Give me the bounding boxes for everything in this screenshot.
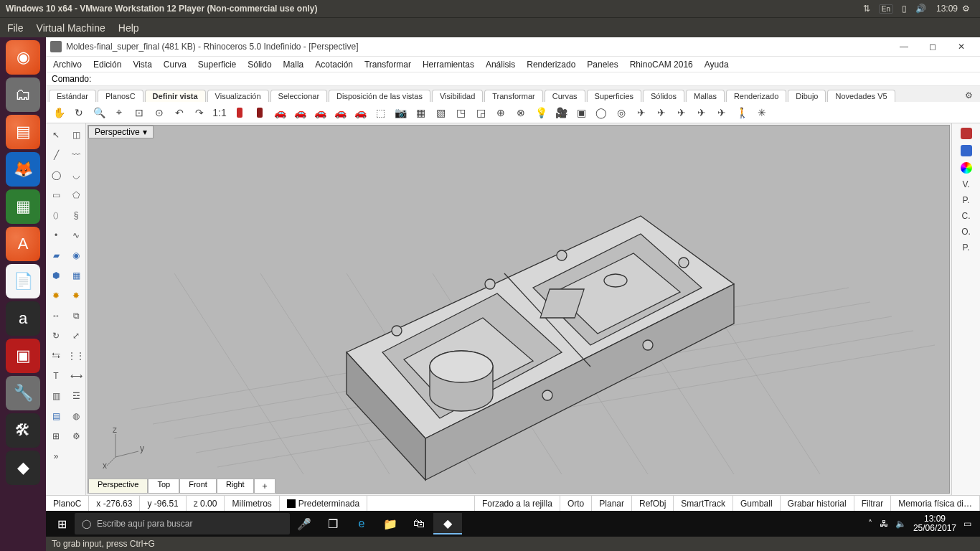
zoom-extents-icon[interactable]: ⊡: [131, 104, 148, 121]
hatch-icon[interactable]: ▥: [47, 387, 65, 405]
rhino-menu-item[interactable]: Curva: [164, 60, 187, 70]
status-units[interactable]: Milímetros: [225, 496, 279, 511]
edge-icon[interactable]: e: [347, 513, 376, 534]
spiral-icon[interactable]: §: [67, 207, 85, 224]
rhino-menu-item[interactable]: Superficie: [198, 60, 236, 70]
launcher-software[interactable]: A: [6, 227, 40, 261]
zoom-selected-icon[interactable]: ⊙: [151, 104, 168, 121]
cplane-icon[interactable]: ◲: [472, 104, 489, 121]
store-icon[interactable]: 🛍: [405, 513, 433, 534]
box-icon[interactable]: ▣: [573, 104, 590, 121]
window-maximize-button[interactable]: ◻: [918, 42, 947, 52]
airplane-icon[interactable]: ✈: [693, 104, 710, 121]
rhino-tab[interactable]: Superficies: [587, 90, 641, 102]
zoom-icon[interactable]: 🔍: [90, 104, 108, 121]
shaded-icon[interactable]: [251, 104, 268, 121]
panel-label[interactable]: P.: [963, 195, 970, 205]
status-snap[interactable]: Forzado a la rejilla: [475, 496, 560, 511]
launcher-firefox[interactable]: 🦊: [6, 152, 40, 187]
rhino-tab[interactable]: Novedades V5: [827, 90, 895, 102]
rhino-tab-active[interactable]: Definir vista: [145, 90, 206, 102]
rotate-view-icon[interactable]: ↻: [70, 104, 88, 121]
rhino-menu-item[interactable]: Transformar: [364, 60, 411, 70]
pointer-icon[interactable]: ↖: [47, 126, 65, 143]
airplane-icon[interactable]: ✈: [673, 104, 690, 121]
window-minimize-button[interactable]: —: [890, 42, 918, 52]
airplane-icon[interactable]: ✈: [713, 104, 730, 121]
rhino-tab[interactable]: Sólidos: [643, 90, 684, 102]
car-icon[interactable]: 🚗: [311, 104, 329, 121]
zoom-1to1-icon[interactable]: 1:1: [211, 104, 228, 121]
copy-icon[interactable]: ⧉: [67, 307, 85, 324]
airplane-icon[interactable]: ✈: [633, 104, 650, 121]
explode-icon[interactable]: ✹: [47, 287, 65, 304]
status-record[interactable]: Grabar historial: [781, 496, 854, 511]
target-icon[interactable]: ⊗: [512, 104, 529, 121]
menu-file[interactable]: File: [7, 22, 24, 34]
point-icon[interactable]: •: [47, 227, 65, 244]
sphere-icon[interactable]: ◯: [593, 104, 610, 121]
perspective-icon[interactable]: ⬚: [372, 104, 389, 121]
light-icon[interactable]: 💡: [532, 104, 550, 121]
status-refobj[interactable]: RefObj: [632, 496, 674, 511]
rhino-tab[interactable]: Estándar: [49, 90, 96, 102]
ellipse-icon[interactable]: ⬯: [47, 207, 65, 224]
polygon-icon[interactable]: ⬠: [67, 187, 85, 204]
status-plane[interactable]: PlanoC: [46, 496, 89, 511]
tray-volume-icon[interactable]: 🔈: [895, 519, 906, 529]
network-icon[interactable]: ⇅: [863, 4, 870, 14]
status-planar[interactable]: Planar: [592, 496, 632, 511]
status-smarttrack[interactable]: SmartTrack: [674, 496, 733, 511]
taskbar-search[interactable]: ◯ Escribe aquí para buscar: [75, 513, 290, 534]
viewport-tab[interactable]: Front: [179, 479, 217, 494]
action-center-icon[interactable]: ▭: [963, 519, 971, 529]
rhino-menu-item[interactable]: Análisis: [486, 60, 515, 70]
redo-view-icon[interactable]: ↷: [191, 104, 208, 121]
keyboard-layout-indicator[interactable]: En: [879, 4, 893, 14]
car-icon[interactable]: 🚗: [271, 104, 288, 121]
car-icon[interactable]: 🚗: [352, 104, 369, 121]
mesh-icon[interactable]: ▦: [67, 267, 85, 284]
rhino-tab[interactable]: PlanosC: [98, 90, 143, 102]
solid-icon[interactable]: ⬢: [47, 267, 65, 284]
status-layer[interactable]: Predeterminada: [280, 496, 367, 511]
rhino-menu-item[interactable]: RhinoCAM 2016: [630, 60, 693, 70]
rhino-menu-item[interactable]: Archivo: [53, 60, 82, 70]
options-icon[interactable]: ⚙: [67, 428, 85, 445]
target-icon[interactable]: ⊕: [492, 104, 509, 121]
rhino-tab[interactable]: Visualización: [207, 90, 269, 102]
panel-label[interactable]: P.: [963, 242, 970, 253]
properties-icon[interactable]: ☲: [67, 387, 85, 405]
host-clock[interactable]: 13:09: [936, 4, 958, 14]
move-icon[interactable]: ↔: [47, 307, 65, 324]
panel-label[interactable]: V.: [962, 179, 969, 189]
tray-network-icon[interactable]: 🖧: [880, 519, 888, 529]
system-tray[interactable]: ˄ 🖧 🔈 13:09 25/06/2017 ▭: [862, 514, 977, 533]
rhino-tab[interactable]: Transformar: [484, 90, 543, 102]
car-icon[interactable]: 🚗: [331, 104, 349, 121]
rhino-tab[interactable]: Visibilidad: [432, 90, 483, 102]
rhino-tab[interactable]: Seleccionar: [270, 90, 327, 102]
dimension-icon[interactable]: ⟷: [67, 367, 85, 385]
viewport-layout-icon[interactable]: ▧: [432, 104, 449, 121]
launcher-calc[interactable]: ▦: [6, 189, 40, 224]
viewport-tab[interactable]: Perspective: [88, 479, 148, 494]
camera-icon[interactable]: 📷: [392, 104, 409, 121]
rhino-tab[interactable]: Dibujo: [788, 90, 826, 102]
grid-icon[interactable]: ⊞: [47, 428, 65, 445]
mic-icon[interactable]: 🎤: [290, 513, 319, 534]
tabstrip-gear-icon[interactable]: ⚙: [961, 89, 977, 102]
rhino-menu-item[interactable]: Edición: [93, 60, 121, 70]
rhino-viewport[interactable]: Perspective ▾: [88, 125, 950, 494]
rotate-icon[interactable]: ↻: [47, 327, 65, 344]
launcher-settings[interactable]: 🔧: [6, 376, 40, 410]
status-gumball[interactable]: Gumball: [733, 496, 781, 511]
rhino-tab[interactable]: Renderizado: [726, 90, 786, 102]
text-icon[interactable]: T: [47, 367, 65, 385]
viewport-tab[interactable]: Top: [148, 479, 179, 494]
mirror-icon[interactable]: ⮀: [47, 347, 65, 364]
status-filter[interactable]: Filtrar: [854, 496, 892, 511]
circle-icon[interactable]: ◯: [47, 166, 65, 184]
rhino-menu-item[interactable]: Sólido: [248, 60, 271, 70]
rhino-menu-item[interactable]: Vista: [133, 60, 151, 70]
